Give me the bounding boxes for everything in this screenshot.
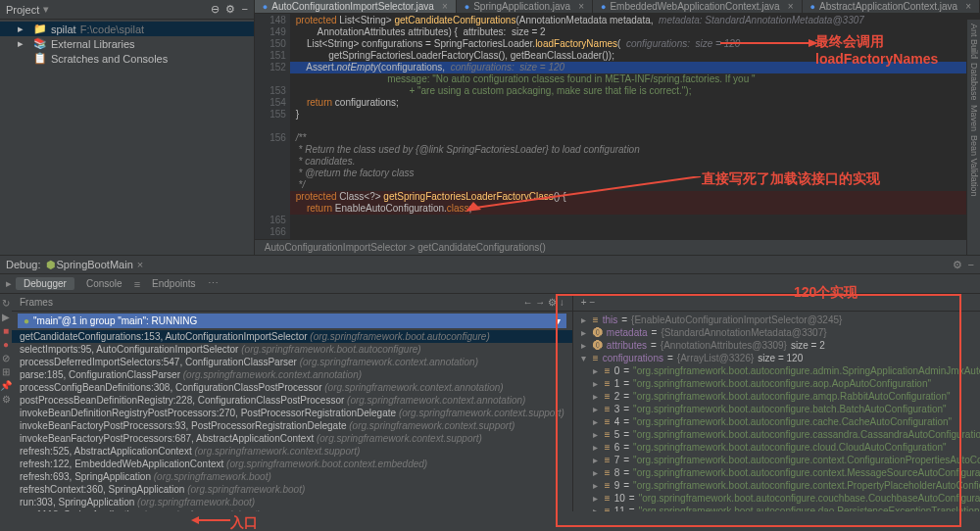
external-libraries[interactable]: ▸📚External Libraries (0, 36, 254, 51)
layout-icon[interactable]: ⊞ (2, 366, 10, 380)
variable-row[interactable]: ▸≡ 7 = "org.springframework.boot.autocon… (573, 454, 980, 466)
stack-frame[interactable]: getCandidateConfigurations:153, AutoConf… (12, 330, 572, 343)
project-header[interactable]: Project ▾ ⊖ ⚙ − (0, 0, 254, 20)
variable-row[interactable]: ▸≡ 2 = "org.springframework.boot.autocon… (573, 390, 980, 403)
project-root[interactable]: ▸📁spilat F:\code\spilat (0, 22, 254, 36)
gutter: 148149150151152153154155156165166 (255, 14, 290, 239)
variable-row[interactable]: ▸≡ 9 = "org.springframework.boot.autocon… (573, 479, 980, 492)
variable-row[interactable]: ▸⓿ attributes = {AnnotationAttributes@33… (573, 339, 980, 352)
stack-frame[interactable]: invokeBeanFactoryPostProcessors:687, Abs… (12, 432, 572, 445)
stack-frame[interactable]: run:303, SpringApplication (org.springfr… (12, 496, 572, 508)
editor-tab[interactable]: ●AutoConfigurationImportSelector.java × (255, 0, 457, 13)
editor-tabs: ●AutoConfigurationImportSelector.java ×●… (255, 0, 980, 14)
variable-row[interactable]: ▸≡ 5 = "org.springframework.boot.autocon… (573, 428, 980, 441)
stack-frame[interactable]: selectImports:95, AutoConfigurationImpor… (12, 343, 572, 356)
scratches[interactable]: 📋Scratches and Consoles (0, 51, 254, 66)
stack-frame[interactable]: refresh:122, EmbeddedWebApplicationConte… (12, 458, 572, 470)
hide-icon[interactable]: − (241, 3, 247, 16)
settings-icon[interactable]: ⚙ (953, 259, 962, 271)
maven[interactable]: Maven (969, 105, 979, 131)
database[interactable]: Database (969, 63, 979, 101)
stack-frame[interactable]: processConfigBeanDefinitions:308, Config… (12, 381, 572, 394)
resume-icon[interactable]: ▶ (2, 312, 10, 325)
svg-marker-5 (191, 516, 199, 524)
thread-selector[interactable]: ●"main"@1 in group "main": RUNNING▾ (18, 314, 566, 328)
project-sidebar: Project ▾ ⊖ ⚙ − ▸📁spilat F:\code\spilat … (0, 0, 255, 255)
tab-debugger[interactable]: Debugger (16, 277, 74, 290)
variable-row[interactable]: ▸≡ 3 = "org.springframework.boot.autocon… (573, 403, 980, 415)
settings2-icon[interactable]: ⚙ (2, 394, 11, 408)
variable-row[interactable]: ▾≡ configurations = {ArrayList@3326} siz… (573, 352, 980, 364)
right-toolwindows: Ant Build Database Maven Bean Validation (966, 20, 980, 255)
stop-icon[interactable]: ■ (3, 325, 9, 339)
variable-row[interactable]: ▸≡ this = {EnableAutoConfigurationImport… (573, 314, 980, 326)
project-title: Project (6, 4, 39, 16)
editor-tab[interactable]: ●SpringApplication.java × (457, 0, 593, 13)
editor-tab[interactable]: ●EmbeddedWebApplicationContext.java × (593, 0, 803, 13)
tab-endpoints[interactable]: Endpoints (144, 277, 203, 290)
variable-row[interactable]: ▸≡ 11 = "org.springframework.boot.autoco… (573, 505, 980, 511)
tab-console[interactable]: Console (78, 277, 130, 290)
variable-row[interactable]: ▸≡ 4 = "org.springframework.boot.autocon… (573, 415, 980, 428)
annotation-4: 入口 (230, 514, 258, 531)
validation[interactable]: Bean Validation (969, 135, 979, 196)
mute-icon[interactable]: ⊘ (2, 353, 10, 366)
stack-frame[interactable]: refreshContext:360, SpringApplication (o… (12, 483, 572, 496)
gear-icon[interactable]: ⚙ (225, 3, 235, 16)
variable-row[interactable]: ▸≡ 1 = "org.springframework.boot.autocon… (573, 377, 980, 390)
debug-config[interactable]: SpringBootMain (56, 259, 132, 270)
variable-row[interactable]: ▸≡ 0 = "org.springframework.boot.autocon… (573, 364, 980, 377)
debug-actions: ↻ ▶ ■ ● ⊘ ⊞ 📌 ⚙ (0, 294, 12, 511)
stack-frame[interactable]: postProcessBeanDefinitionRegistry:228, C… (12, 394, 572, 407)
variable-row[interactable]: ▸≡ 8 = "org.springframework.boot.autocon… (573, 466, 980, 479)
frames-title: Frames (20, 297, 53, 308)
variable-row[interactable]: ▸⓿ metadata = {StandardAnnotationMetadat… (573, 326, 980, 339)
debug-toolbar: Debug: ⬢ SpringBootMain × ⚙− (0, 255, 980, 274)
code-editor[interactable]: protected List<String> getCandidateConfi… (290, 14, 980, 239)
editor-tab[interactable]: ●AbstractApplicationContext.java × (803, 0, 980, 13)
debug-label: Debug: (6, 259, 40, 270)
stack-frame[interactable]: invokeBeanFactoryPostProcessors:93, Post… (12, 419, 572, 432)
collapse-icon[interactable]: ⊖ (211, 3, 220, 16)
rerun-icon[interactable]: ↻ (2, 298, 10, 312)
stack-frame[interactable]: invokeBeanDefinitionRegistryPostProcesso… (12, 407, 572, 419)
ant-build[interactable]: Ant Build (969, 24, 979, 59)
variable-row[interactable]: ▸≡ 6 = "org.springframework.boot.autocon… (573, 441, 980, 454)
breadcrumb[interactable]: AutoConfigurationImportSelector > getCan… (255, 239, 980, 255)
stack-frame[interactable]: refresh:525, AbstractApplicationContext … (12, 445, 572, 458)
pin-icon[interactable]: 📌 (0, 380, 12, 394)
variable-row[interactable]: ▸≡ 10 = "org.springframework.boot.autoco… (573, 492, 980, 505)
breakpoints-icon[interactable]: ● (3, 339, 9, 353)
stack-frame[interactable]: processDeferredImportSelectors:547, Conf… (12, 356, 572, 368)
minimize-icon[interactable]: − (968, 259, 974, 271)
stack-frame[interactable]: refresh:693, SpringApplication (org.spri… (12, 470, 572, 483)
stack-frame[interactable]: run:1118, SpringApplication (org.springf… (12, 508, 572, 511)
stack-frame[interactable]: parse:185, ConfigurationClassParser (org… (12, 368, 572, 381)
